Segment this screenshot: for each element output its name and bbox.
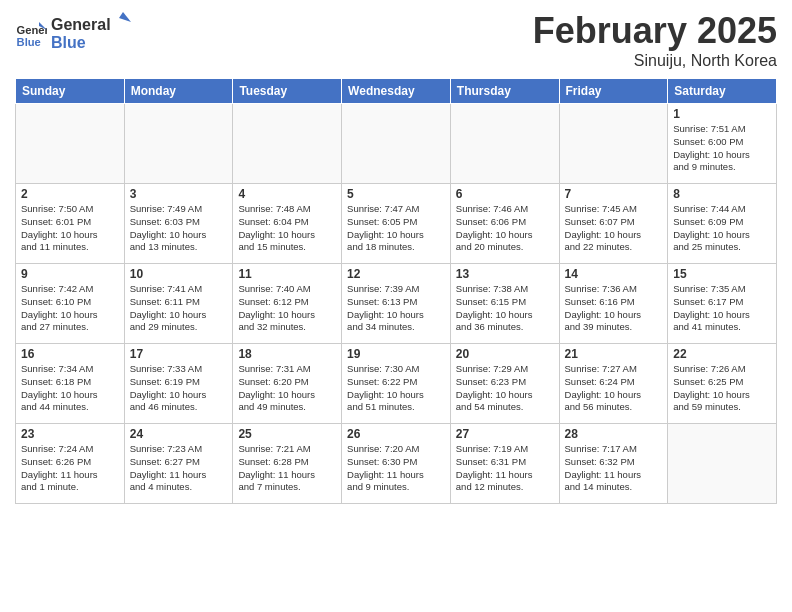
calendar-cell: 19Sunrise: 7:30 AM Sunset: 6:22 PM Dayli… — [342, 344, 451, 424]
calendar-cell: 28Sunrise: 7:17 AM Sunset: 6:32 PM Dayli… — [559, 424, 668, 504]
calendar-cell: 2Sunrise: 7:50 AM Sunset: 6:01 PM Daylig… — [16, 184, 125, 264]
weekday-header-wednesday: Wednesday — [342, 79, 451, 104]
day-info: Sunrise: 7:49 AM Sunset: 6:03 PM Dayligh… — [130, 203, 228, 254]
day-info: Sunrise: 7:20 AM Sunset: 6:30 PM Dayligh… — [347, 443, 445, 494]
weekday-header-row: SundayMondayTuesdayWednesdayThursdayFrid… — [16, 79, 777, 104]
weekday-header-monday: Monday — [124, 79, 233, 104]
day-info: Sunrise: 7:42 AM Sunset: 6:10 PM Dayligh… — [21, 283, 119, 334]
calendar-table: SundayMondayTuesdayWednesdayThursdayFrid… — [15, 78, 777, 504]
day-number: 21 — [565, 347, 663, 361]
day-number: 16 — [21, 347, 119, 361]
day-info: Sunrise: 7:45 AM Sunset: 6:07 PM Dayligh… — [565, 203, 663, 254]
calendar-cell — [16, 104, 125, 184]
month-title: February 2025 — [533, 10, 777, 52]
day-info: Sunrise: 7:44 AM Sunset: 6:09 PM Dayligh… — [673, 203, 771, 254]
day-info: Sunrise: 7:19 AM Sunset: 6:31 PM Dayligh… — [456, 443, 554, 494]
day-number: 5 — [347, 187, 445, 201]
title-block: February 2025 Sinuiju, North Korea — [533, 10, 777, 70]
calendar-week-row: 9Sunrise: 7:42 AM Sunset: 6:10 PM Daylig… — [16, 264, 777, 344]
weekday-header-saturday: Saturday — [668, 79, 777, 104]
location-subtitle: Sinuiju, North Korea — [533, 52, 777, 70]
calendar-cell: 10Sunrise: 7:41 AM Sunset: 6:11 PM Dayli… — [124, 264, 233, 344]
calendar-cell: 1Sunrise: 7:51 AM Sunset: 6:00 PM Daylig… — [668, 104, 777, 184]
calendar-week-row: 23Sunrise: 7:24 AM Sunset: 6:26 PM Dayli… — [16, 424, 777, 504]
calendar-cell: 23Sunrise: 7:24 AM Sunset: 6:26 PM Dayli… — [16, 424, 125, 504]
day-info: Sunrise: 7:48 AM Sunset: 6:04 PM Dayligh… — [238, 203, 336, 254]
day-info: Sunrise: 7:40 AM Sunset: 6:12 PM Dayligh… — [238, 283, 336, 334]
day-info: Sunrise: 7:27 AM Sunset: 6:24 PM Dayligh… — [565, 363, 663, 414]
day-info: Sunrise: 7:31 AM Sunset: 6:20 PM Dayligh… — [238, 363, 336, 414]
calendar-cell: 11Sunrise: 7:40 AM Sunset: 6:12 PM Dayli… — [233, 264, 342, 344]
day-info: Sunrise: 7:46 AM Sunset: 6:06 PM Dayligh… — [456, 203, 554, 254]
calendar-cell: 16Sunrise: 7:34 AM Sunset: 6:18 PM Dayli… — [16, 344, 125, 424]
calendar-cell — [450, 104, 559, 184]
calendar-cell: 5Sunrise: 7:47 AM Sunset: 6:05 PM Daylig… — [342, 184, 451, 264]
header: General Blue General Blue February 2025 … — [15, 10, 777, 70]
svg-text:General: General — [51, 16, 111, 33]
day-info: Sunrise: 7:39 AM Sunset: 6:13 PM Dayligh… — [347, 283, 445, 334]
calendar-cell — [342, 104, 451, 184]
day-number: 2 — [21, 187, 119, 201]
calendar-cell: 12Sunrise: 7:39 AM Sunset: 6:13 PM Dayli… — [342, 264, 451, 344]
day-number: 28 — [565, 427, 663, 441]
day-info: Sunrise: 7:23 AM Sunset: 6:27 PM Dayligh… — [130, 443, 228, 494]
day-number: 24 — [130, 427, 228, 441]
day-info: Sunrise: 7:50 AM Sunset: 6:01 PM Dayligh… — [21, 203, 119, 254]
calendar-cell: 15Sunrise: 7:35 AM Sunset: 6:17 PM Dayli… — [668, 264, 777, 344]
day-number: 23 — [21, 427, 119, 441]
calendar-cell: 13Sunrise: 7:38 AM Sunset: 6:15 PM Dayli… — [450, 264, 559, 344]
day-info: Sunrise: 7:36 AM Sunset: 6:16 PM Dayligh… — [565, 283, 663, 334]
svg-text:Blue: Blue — [51, 34, 86, 51]
calendar-cell — [668, 424, 777, 504]
day-number: 3 — [130, 187, 228, 201]
calendar-cell: 4Sunrise: 7:48 AM Sunset: 6:04 PM Daylig… — [233, 184, 342, 264]
logo: General Blue General Blue — [15, 10, 131, 58]
svg-text:Blue: Blue — [17, 36, 41, 48]
day-info: Sunrise: 7:21 AM Sunset: 6:28 PM Dayligh… — [238, 443, 336, 494]
logo-svg: General Blue — [51, 10, 131, 54]
svg-marker-4 — [119, 12, 131, 22]
day-number: 9 — [21, 267, 119, 281]
day-number: 7 — [565, 187, 663, 201]
day-number: 6 — [456, 187, 554, 201]
calendar-cell — [559, 104, 668, 184]
calendar-cell: 3Sunrise: 7:49 AM Sunset: 6:03 PM Daylig… — [124, 184, 233, 264]
calendar-cell: 18Sunrise: 7:31 AM Sunset: 6:20 PM Dayli… — [233, 344, 342, 424]
day-info: Sunrise: 7:35 AM Sunset: 6:17 PM Dayligh… — [673, 283, 771, 334]
logo-icon: General Blue — [15, 18, 47, 50]
calendar-cell: 6Sunrise: 7:46 AM Sunset: 6:06 PM Daylig… — [450, 184, 559, 264]
calendar-cell: 14Sunrise: 7:36 AM Sunset: 6:16 PM Dayli… — [559, 264, 668, 344]
day-number: 18 — [238, 347, 336, 361]
calendar-cell: 22Sunrise: 7:26 AM Sunset: 6:25 PM Dayli… — [668, 344, 777, 424]
calendar-cell: 27Sunrise: 7:19 AM Sunset: 6:31 PM Dayli… — [450, 424, 559, 504]
day-info: Sunrise: 7:26 AM Sunset: 6:25 PM Dayligh… — [673, 363, 771, 414]
calendar-cell: 8Sunrise: 7:44 AM Sunset: 6:09 PM Daylig… — [668, 184, 777, 264]
day-number: 22 — [673, 347, 771, 361]
day-number: 10 — [130, 267, 228, 281]
day-info: Sunrise: 7:30 AM Sunset: 6:22 PM Dayligh… — [347, 363, 445, 414]
day-number: 1 — [673, 107, 771, 121]
day-info: Sunrise: 7:41 AM Sunset: 6:11 PM Dayligh… — [130, 283, 228, 334]
day-number: 13 — [456, 267, 554, 281]
calendar-cell: 20Sunrise: 7:29 AM Sunset: 6:23 PM Dayli… — [450, 344, 559, 424]
day-number: 4 — [238, 187, 336, 201]
day-number: 12 — [347, 267, 445, 281]
calendar-cell — [124, 104, 233, 184]
day-info: Sunrise: 7:17 AM Sunset: 6:32 PM Dayligh… — [565, 443, 663, 494]
calendar-week-row: 2Sunrise: 7:50 AM Sunset: 6:01 PM Daylig… — [16, 184, 777, 264]
day-number: 20 — [456, 347, 554, 361]
weekday-header-tuesday: Tuesday — [233, 79, 342, 104]
calendar-week-row: 1Sunrise: 7:51 AM Sunset: 6:00 PM Daylig… — [16, 104, 777, 184]
calendar-cell: 26Sunrise: 7:20 AM Sunset: 6:30 PM Dayli… — [342, 424, 451, 504]
day-info: Sunrise: 7:38 AM Sunset: 6:15 PM Dayligh… — [456, 283, 554, 334]
day-number: 14 — [565, 267, 663, 281]
calendar-cell: 24Sunrise: 7:23 AM Sunset: 6:27 PM Dayli… — [124, 424, 233, 504]
calendar-week-row: 16Sunrise: 7:34 AM Sunset: 6:18 PM Dayli… — [16, 344, 777, 424]
day-info: Sunrise: 7:24 AM Sunset: 6:26 PM Dayligh… — [21, 443, 119, 494]
day-info: Sunrise: 7:33 AM Sunset: 6:19 PM Dayligh… — [130, 363, 228, 414]
calendar-cell — [233, 104, 342, 184]
weekday-header-thursday: Thursday — [450, 79, 559, 104]
day-number: 27 — [456, 427, 554, 441]
calendar-cell: 7Sunrise: 7:45 AM Sunset: 6:07 PM Daylig… — [559, 184, 668, 264]
day-info: Sunrise: 7:34 AM Sunset: 6:18 PM Dayligh… — [21, 363, 119, 414]
